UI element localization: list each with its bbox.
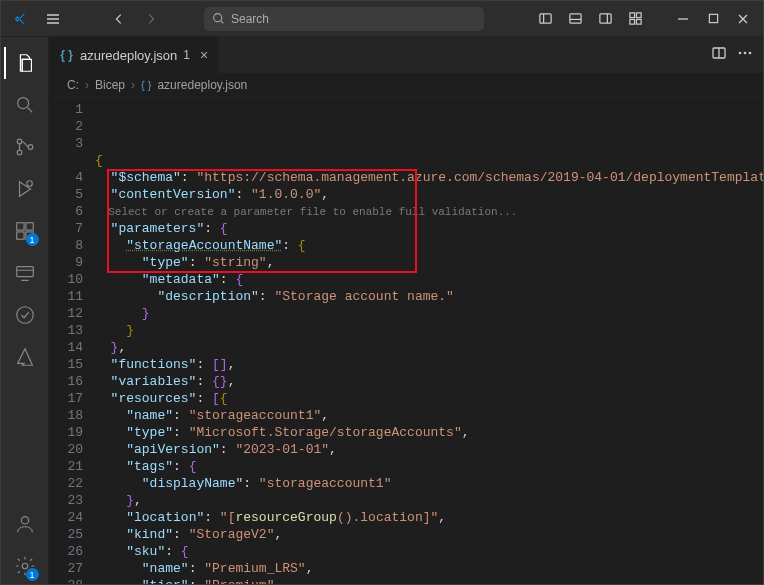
remote-icon[interactable] <box>4 255 46 291</box>
svg-point-19 <box>16 307 33 324</box>
svg-rect-3 <box>599 14 610 23</box>
titlebar: Search <box>1 1 763 37</box>
svg-rect-15 <box>16 232 23 239</box>
svg-point-12 <box>28 145 33 150</box>
svg-point-23 <box>739 52 742 55</box>
code-content[interactable]: { "$schema": "https://schema.management.… <box>95 97 763 584</box>
svg-point-24 <box>744 52 747 55</box>
tab-azuredeploy[interactable]: { } azuredeploy.json 1 × <box>49 37 219 73</box>
svg-rect-18 <box>16 267 33 277</box>
json-file-icon: { } <box>59 48 74 63</box>
chevron-right-icon: › <box>85 78 89 92</box>
svg-point-10 <box>17 139 22 144</box>
svg-rect-6 <box>629 19 634 24</box>
editor-group: { } azuredeploy.json 1 × C: › Bicep › { … <box>49 37 763 584</box>
window-close-button[interactable] <box>729 5 757 33</box>
breadcrumb-part[interactable]: C: <box>67 78 79 92</box>
svg-point-9 <box>17 98 28 109</box>
breadcrumbs[interactable]: C: › Bicep › { } azuredeploy.json <box>49 73 763 97</box>
nav-forward-button[interactable] <box>137 5 165 33</box>
svg-rect-14 <box>16 223 23 230</box>
search-activity-icon[interactable] <box>4 87 46 123</box>
activity-bar: 1 1 <box>1 37 49 584</box>
search-placeholder: Search <box>231 12 269 26</box>
svg-rect-7 <box>636 19 641 24</box>
layout-sidebar-left-icon[interactable] <box>531 5 559 33</box>
more-actions-icon[interactable] <box>737 45 753 65</box>
source-control-icon[interactable] <box>4 129 46 165</box>
window-maximize-button[interactable] <box>699 5 727 33</box>
code-editor[interactable]: 1234567891011121314151617181920212223242… <box>49 97 763 584</box>
svg-rect-1 <box>539 14 550 23</box>
vscode-logo-icon <box>7 5 35 33</box>
window-minimize-button[interactable] <box>669 5 697 33</box>
svg-point-25 <box>749 52 752 55</box>
breadcrumb-part[interactable]: Bicep <box>95 78 125 92</box>
settings-gear-icon[interactable]: 1 <box>4 548 46 584</box>
search-icon <box>212 12 225 25</box>
extensions-icon[interactable]: 1 <box>4 213 46 249</box>
testing-icon[interactable] <box>4 297 46 333</box>
menu-icon[interactable] <box>39 5 67 33</box>
command-center-search[interactable]: Search <box>204 7 484 31</box>
tab-bar: { } azuredeploy.json 1 × <box>49 37 763 73</box>
chevron-right-icon: › <box>131 78 135 92</box>
svg-point-11 <box>17 150 22 155</box>
svg-rect-4 <box>629 13 634 18</box>
layout-custom-icon[interactable] <box>621 5 649 33</box>
svg-point-13 <box>26 181 32 187</box>
svg-rect-8 <box>709 14 717 22</box>
split-editor-icon[interactable] <box>711 45 727 65</box>
line-gutter: 1234567891011121314151617181920212223242… <box>49 97 95 584</box>
run-debug-icon[interactable] <box>4 171 46 207</box>
close-icon[interactable]: × <box>200 47 208 63</box>
vscode-window: Search 1 1 <box>0 0 764 585</box>
settings-badge: 1 <box>26 568 39 581</box>
accounts-icon[interactable] <box>4 506 46 542</box>
nav-back-button[interactable] <box>105 5 133 33</box>
svg-rect-2 <box>569 14 580 23</box>
svg-rect-17 <box>25 223 32 230</box>
layout-panel-icon[interactable] <box>561 5 589 33</box>
explorer-icon[interactable] <box>4 45 46 81</box>
svg-point-20 <box>21 517 28 524</box>
azure-icon[interactable] <box>4 339 46 375</box>
svg-rect-5 <box>636 13 641 18</box>
breadcrumb-part[interactable]: azuredeploy.json <box>157 78 247 92</box>
tab-filename: azuredeploy.json <box>80 48 177 63</box>
svg-point-21 <box>22 563 28 569</box>
svg-point-0 <box>214 14 222 22</box>
extensions-badge: 1 <box>26 233 39 246</box>
json-file-icon: { } <box>141 79 151 91</box>
layout-sidebar-right-icon[interactable] <box>591 5 619 33</box>
tab-modified-indicator: 1 <box>183 48 190 62</box>
